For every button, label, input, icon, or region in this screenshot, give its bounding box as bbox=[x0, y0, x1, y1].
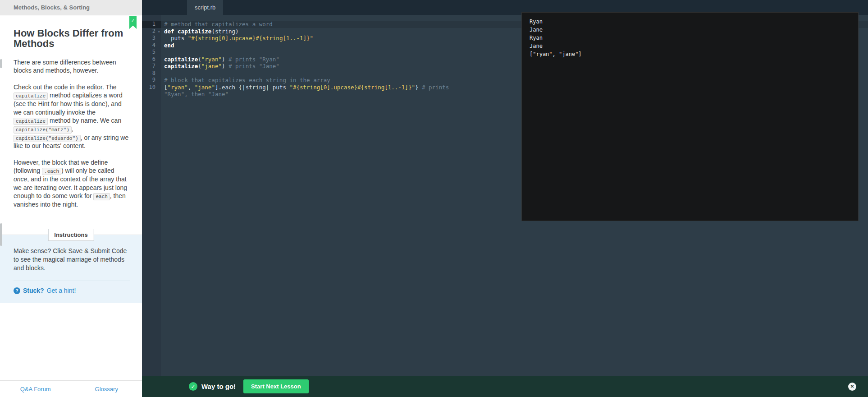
line-number: 5 bbox=[142, 49, 161, 56]
get-hint-link[interactable]: Get a hint! bbox=[47, 287, 76, 294]
course-section-title: Methods, Blocks, & Sorting bbox=[0, 0, 142, 15]
instructions-section: Instructions Make sense? Click Save & Su… bbox=[0, 235, 142, 303]
console-line: Ryan bbox=[530, 18, 850, 26]
line-number: 6 bbox=[142, 56, 161, 63]
status-message: Way to go! bbox=[201, 383, 236, 390]
inline-code: .each bbox=[42, 168, 61, 175]
code-token-comment: # block that capitalizes each string in … bbox=[164, 77, 330, 83]
scrollbar-thumb[interactable] bbox=[0, 59, 2, 68]
code-token-string: "#{string[0].upcase}#{string[1..-1]}" bbox=[289, 84, 415, 91]
glossary-link[interactable]: Glossary bbox=[71, 381, 142, 397]
code-token-method: capitalize bbox=[164, 63, 198, 69]
instructions-text: Make sense? Click Save & Submit Code to … bbox=[14, 247, 130, 272]
line-number: 1 bbox=[142, 21, 161, 28]
code-text: puts "#{string[0].upcase}#{string[1..-1]… bbox=[161, 35, 313, 42]
console-lines: RyanJaneRyanJane["ryan", "jane"] bbox=[530, 18, 850, 58]
check-icon: ✓ bbox=[131, 18, 135, 29]
code-token-plain: ( bbox=[198, 63, 201, 69]
hint-row: ? Stuck? Get a hint! bbox=[14, 281, 130, 303]
code-token-method: capitalize bbox=[178, 28, 211, 35]
console-output: RyanJaneRyanJane["ryan", "jane"] bbox=[521, 12, 859, 221]
lesson-paragraph: There are some differences between block… bbox=[14, 58, 130, 75]
scrollbar-thumb[interactable] bbox=[0, 223, 2, 246]
line-number bbox=[142, 91, 161, 98]
code-token-comment: # prints bbox=[422, 84, 449, 91]
code-token-comment: # method that capitalizes a word bbox=[164, 21, 273, 28]
code-token-keyword: def bbox=[164, 28, 178, 35]
status-bar: ✓ Way to go! Start Next Lesson ✕ bbox=[142, 376, 868, 397]
console-line: Ryan bbox=[530, 34, 850, 42]
line-number: 10 bbox=[142, 84, 161, 91]
code-token-string: "jane" bbox=[201, 63, 222, 69]
code-text: capitalize("jane") # prints "Jane" bbox=[161, 63, 279, 70]
code-text bbox=[161, 70, 164, 77]
editor-area: script.rb 1# method that capitalizes a w… bbox=[142, 0, 868, 397]
code-token-plain: ) bbox=[222, 56, 228, 63]
code-token-plain: ( bbox=[198, 56, 201, 63]
line-number: 7 bbox=[142, 63, 161, 70]
code-token-comment: # prints "Ryan" bbox=[228, 56, 279, 63]
lesson-complete-ribbon: ✓ bbox=[129, 16, 137, 29]
close-icon[interactable]: ✕ bbox=[848, 383, 856, 391]
qa-forum-link[interactable]: Q&A Forum bbox=[0, 381, 71, 397]
code-text: ["ryan", "jane"].each {|string| puts "#{… bbox=[161, 84, 449, 91]
stuck-label: Stuck? bbox=[23, 287, 44, 294]
code-text bbox=[161, 49, 164, 56]
code-token-plain: } bbox=[415, 84, 422, 91]
code-token-string: "ryan" bbox=[168, 84, 188, 91]
code-text: # method that capitalizes a word bbox=[161, 21, 273, 28]
app-window: Methods, Blocks, & Sorting ✓ How Blocks … bbox=[0, 0, 868, 397]
line-number: 3 bbox=[142, 35, 161, 42]
code-token-comment: "Ryan", then "Jane" bbox=[164, 91, 228, 97]
code-text: # block that capitalizes each string in … bbox=[161, 77, 330, 84]
sidebar-footer: Q&A Forum Glossary bbox=[0, 380, 142, 397]
line-number: 4 bbox=[142, 42, 161, 49]
success-check-icon: ✓ bbox=[189, 382, 197, 391]
tab-script-rb[interactable]: script.rb bbox=[187, 0, 223, 15]
code-token-string: "ryan" bbox=[201, 56, 222, 63]
line-number: 9 bbox=[142, 77, 161, 84]
console-line: Jane bbox=[530, 26, 850, 34]
lesson-sidebar: Methods, Blocks, & Sorting ✓ How Blocks … bbox=[0, 0, 142, 397]
console-line: ["ryan", "jane"] bbox=[530, 50, 850, 58]
lesson-title: How Blocks Differ from Methods bbox=[14, 28, 130, 49]
code-text: capitalize("ryan") # prints "Ryan" bbox=[161, 56, 279, 63]
inline-code: capitalize("matz") bbox=[14, 126, 72, 134]
lesson-body: There are some differences between block… bbox=[14, 58, 130, 209]
code-token-string: "#{string[0].upcase}#{string[1..-1]}" bbox=[188, 35, 313, 42]
code-token-string: "jane" bbox=[195, 84, 215, 91]
inline-code: capitalize bbox=[14, 118, 48, 125]
lesson-paragraph: Check out the code in the editor. The ca… bbox=[14, 83, 130, 150]
fold-arrow-icon[interactable]: ▾ bbox=[158, 28, 160, 36]
inline-code: capitalize bbox=[14, 92, 48, 100]
code-token-plain: , bbox=[188, 84, 195, 91]
code-text: def capitalize(string) bbox=[161, 28, 239, 35]
start-next-lesson-button[interactable]: Start Next Lesson bbox=[243, 379, 309, 393]
inline-code: each bbox=[93, 193, 110, 200]
code-token-plain: puts bbox=[164, 35, 188, 42]
code-text: end bbox=[161, 42, 174, 49]
emphasis-text: once bbox=[14, 175, 27, 183]
code-text: "Ryan", then "Jane" bbox=[161, 91, 228, 98]
code-token-plain: (string) bbox=[211, 28, 238, 35]
line-number: 2▾ bbox=[142, 28, 161, 35]
code-token-method: capitalize bbox=[164, 56, 198, 63]
instructions-tab: Instructions bbox=[48, 229, 94, 241]
console-line: Jane bbox=[530, 42, 850, 50]
lesson-panel: ✓ How Blocks Differ from Methods There a… bbox=[0, 15, 142, 380]
lesson-paragraph: However, the block that we define (follo… bbox=[14, 158, 130, 209]
code-token-keyword: end bbox=[164, 42, 174, 49]
code-token-comment: # prints "Jane" bbox=[228, 63, 279, 69]
code-token-plain: [ bbox=[164, 84, 168, 91]
line-number: 8 bbox=[142, 70, 161, 77]
question-circle-icon: ? bbox=[14, 287, 20, 294]
code-token-plain: ].each {|string| puts bbox=[215, 84, 290, 91]
inline-code: capitalize("eduardo") bbox=[14, 135, 81, 142]
code-token-plain: ) bbox=[222, 63, 228, 69]
